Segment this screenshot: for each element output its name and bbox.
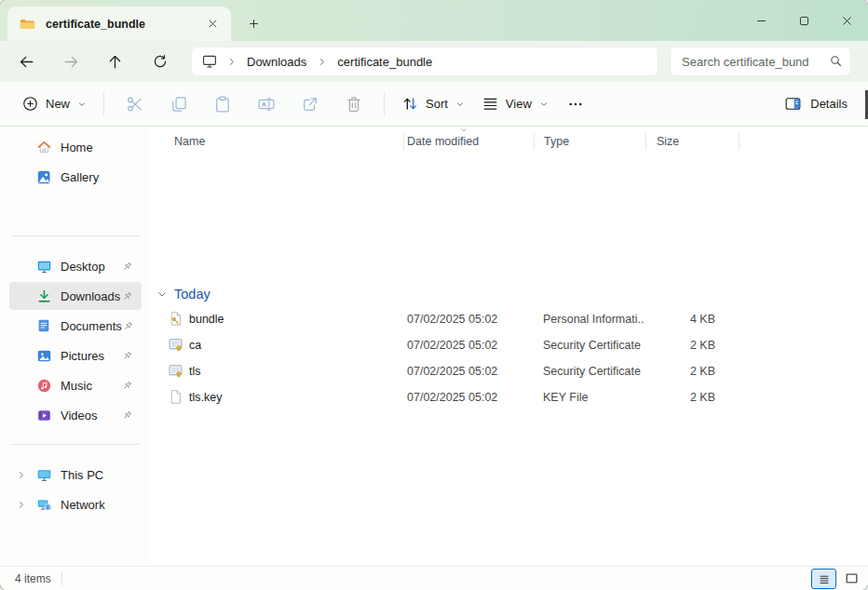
new-tab-button[interactable] [240, 11, 266, 35]
column-separator[interactable] [739, 133, 739, 150]
new-button[interactable]: New [13, 88, 95, 120]
sort-arrows-icon [401, 95, 419, 113]
new-button-label: New [46, 97, 70, 111]
file-row-tls-key[interactable]: tls.key 07/02/2025 05:02 KEY File 2 KB [153, 384, 862, 410]
security-certificate-file-icon [168, 337, 183, 353]
view-button[interactable]: View [473, 88, 557, 120]
tab-close-icon[interactable] [201, 13, 224, 35]
file-size: 4 KB [645, 313, 715, 326]
search-icon[interactable] [829, 54, 843, 68]
pin-icon [121, 409, 133, 422]
refresh-button[interactable] [145, 51, 175, 72]
titlebar: certificate_bundle [0, 0, 868, 41]
window-controls [739, 0, 868, 41]
search-input[interactable] [670, 47, 851, 76]
sidebar-separator [11, 444, 140, 445]
up-button[interactable] [100, 51, 129, 72]
this-pc-icon [35, 466, 52, 483]
chevron-right-icon[interactable] [15, 500, 26, 510]
explorer-tab[interactable]: certificate_bundle [7, 7, 231, 41]
file-name: ca [189, 339, 201, 352]
sidebar-item-label: Desktop [61, 260, 121, 274]
navigation-sidebar: Home Gallery Desktop Downloads [0, 127, 149, 566]
network-icon [35, 496, 52, 513]
tab-title: certificate_bundle [46, 18, 201, 31]
file-date-modified: 07/02/2025 05:02 [407, 365, 497, 378]
sidebar-item-desktop[interactable]: Desktop [9, 252, 142, 280]
sidebar-item-gallery[interactable]: Gallery [9, 163, 142, 191]
column-separator[interactable] [534, 133, 535, 150]
column-header-size[interactable]: Size [657, 130, 679, 153]
file-explorer-window: certificate_bundle [0, 0, 868, 590]
chevron-right-icon [312, 57, 332, 67]
chevron-right-icon[interactable] [15, 470, 26, 480]
plus-circle-icon [21, 95, 39, 113]
breadcrumb[interactable]: Downloads certificate_bundle [191, 47, 658, 76]
gallery-icon [35, 168, 52, 185]
file-type: Personal Informati... [543, 313, 644, 326]
details-pane-button[interactable]: Details [779, 88, 853, 120]
sidebar-item-this-pc[interactable]: This PC [9, 461, 142, 489]
sort-chevron-down-icon [459, 127, 468, 134]
file-row-bundle[interactable]: bundle 07/02/2025 05:02 Personal Informa… [153, 306, 862, 332]
status-separator [61, 572, 62, 585]
sidebar-item-label: Gallery [61, 170, 142, 184]
file-name: bundle [189, 313, 224, 326]
file-row-ca[interactable]: ca 07/02/2025 05:02 Security Certificate… [153, 332, 862, 358]
sidebar-item-network[interactable]: Network [9, 490, 142, 518]
file-size: 2 KB [645, 391, 715, 404]
delete-button[interactable] [332, 87, 375, 121]
sidebar-item-label: This PC [61, 468, 142, 482]
column-header-type[interactable]: Type [544, 130, 569, 153]
pin-icon [121, 290, 133, 302]
details-view-toggle[interactable] [811, 569, 836, 589]
this-pc-icon[interactable] [201, 53, 218, 70]
details-pane-icon [784, 95, 802, 113]
videos-icon [35, 407, 52, 423]
chevron-down-icon [539, 100, 549, 109]
pictures-icon [35, 347, 52, 364]
details-pane-label: Details [810, 97, 848, 111]
close-button[interactable] [825, 0, 868, 41]
copy-button[interactable] [156, 87, 200, 121]
command-toolbar: New Sort [0, 82, 868, 127]
sort-button[interactable]: Sort [393, 88, 473, 120]
sidebar-item-downloads[interactable]: Downloads [9, 282, 142, 310]
column-separator[interactable] [645, 133, 646, 150]
toolbar-separator [384, 92, 385, 115]
sidebar-item-label: Music [61, 379, 121, 393]
folder-icon [20, 18, 35, 31]
documents-icon [35, 317, 52, 334]
paste-button[interactable] [200, 87, 244, 121]
status-bar: 4 items [0, 566, 868, 590]
sidebar-item-videos[interactable]: Videos [9, 401, 142, 429]
maximize-button[interactable] [782, 0, 825, 41]
column-separator[interactable] [403, 133, 404, 150]
file-row-tls[interactable]: tls 07/02/2025 05:02 Security Certificat… [153, 358, 862, 384]
sidebar-item-label: Pictures [61, 349, 121, 363]
sidebar-item-music[interactable]: Music [9, 371, 142, 399]
sidebar-item-pictures[interactable]: Pictures [9, 342, 142, 369]
share-button[interactable] [288, 87, 332, 121]
sidebar-item-documents[interactable]: Documents [9, 312, 142, 340]
more-options-button[interactable] [557, 87, 594, 121]
home-icon [35, 139, 52, 155]
minimize-button[interactable] [739, 0, 782, 41]
file-type: Security Certificate [543, 339, 644, 352]
thumbnail-view-toggle[interactable] [844, 571, 860, 585]
rename-button[interactable] [244, 87, 288, 121]
cut-button[interactable] [113, 87, 156, 121]
column-header-name[interactable]: Name [174, 130, 205, 153]
toolbar-separator [103, 92, 104, 115]
sidebar-item-home[interactable]: Home [9, 133, 142, 161]
forward-button[interactable] [56, 51, 86, 72]
back-button[interactable] [11, 51, 41, 72]
music-icon [35, 377, 52, 394]
chevron-down-icon[interactable] [156, 288, 168, 300]
pin-icon [121, 350, 133, 362]
breadcrumb-item-certificate-bundle[interactable]: certificate_bundle [332, 55, 438, 69]
sidebar-item-label: Home [61, 141, 142, 154]
breadcrumb-item-downloads[interactable]: Downloads [241, 55, 312, 69]
file-date-modified: 07/02/2025 05:02 [407, 313, 497, 326]
file-size: 2 KB [645, 339, 715, 352]
